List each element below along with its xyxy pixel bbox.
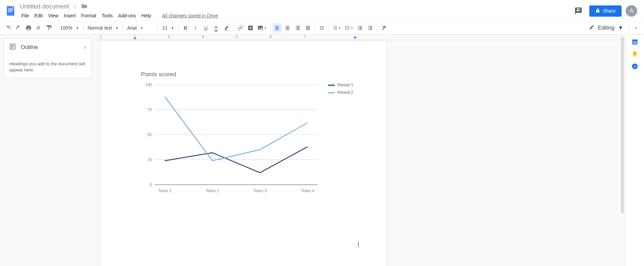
docs-logo-icon[interactable] [4, 2, 18, 18]
numbered-list-icon[interactable]: ▼ [331, 23, 343, 33]
toolbar: 100%▼ Normal text▼ Arial▼ 11▼ B I U A ▼ … [0, 21, 644, 35]
zoom-select[interactable]: 100%▼ [58, 25, 81, 31]
chart[interactable]: 0255075100Team 1Team 2Team 3Team 4 Perio… [141, 83, 354, 195]
ruler-mark: 5 [236, 35, 238, 39]
bullet-list-icon[interactable]: ▼ [343, 23, 355, 33]
menu-bar: File Edit View Insert Format Tools Add-o… [18, 11, 221, 21]
outline-message: Headings you add to the document will ap… [9, 61, 86, 73]
share-label: Share [603, 8, 615, 14]
link-icon[interactable] [236, 23, 245, 33]
comment-add-icon[interactable] [246, 23, 255, 33]
chart-title: Points scored [141, 71, 354, 78]
indent-increase-icon[interactable] [365, 23, 375, 33]
scrollbar[interactable] [620, 35, 625, 266]
menu-view[interactable]: View [46, 12, 61, 20]
italic-icon[interactable]: I [191, 23, 201, 33]
legend-item: Period 2 [328, 90, 353, 95]
comments-icon[interactable] [572, 4, 585, 18]
redo-icon[interactable] [14, 23, 23, 33]
folder-icon[interactable] [81, 3, 87, 10]
svg-text:31: 31 [633, 41, 637, 44]
svg-rect-3 [8, 11, 12, 12]
menu-help[interactable]: Help [139, 12, 154, 20]
svg-text:50: 50 [147, 132, 152, 137]
text-cursor [358, 242, 359, 247]
editing-mode-label: Editing [598, 25, 614, 31]
save-status[interactable]: All changes saved in Drive [160, 12, 221, 20]
svg-rect-28 [634, 56, 636, 57]
highlight-icon[interactable] [222, 23, 231, 33]
font-select[interactable]: Arial▼ [125, 25, 156, 31]
image-icon[interactable]: ▼ [256, 23, 268, 33]
outline-icon [9, 43, 16, 51]
menu-edit[interactable]: Edit [32, 12, 45, 20]
svg-text:Team 4: Team 4 [301, 188, 314, 193]
text-color-icon[interactable]: A [211, 23, 221, 33]
clear-formatting-icon[interactable] [379, 23, 389, 33]
doc-title[interactable]: Untitled document [20, 3, 69, 10]
ruler-mark: 6 [270, 35, 272, 39]
svg-text:75: 75 [147, 107, 152, 112]
svg-text:25: 25 [147, 157, 152, 162]
star-icon[interactable]: ☆ [72, 3, 78, 10]
svg-text:100: 100 [145, 82, 152, 87]
document-canvas[interactable]: 1234567 Points scored 0255075100Team 1Te… [95, 35, 625, 266]
keep-icon[interactable] [631, 50, 639, 58]
svg-text:Team 1: Team 1 [158, 188, 172, 193]
collapse-toolbar-icon[interactable] [631, 23, 641, 33]
menu-format[interactable]: Format [79, 12, 99, 20]
align-right-icon[interactable] [293, 23, 302, 33]
fontsize-select[interactable]: 11▼ [160, 25, 176, 31]
svg-text:Team 3: Team 3 [253, 188, 267, 193]
menu-file[interactable]: File [19, 12, 32, 20]
side-panel: 31 [625, 35, 644, 266]
svg-point-29 [632, 64, 638, 69]
ruler-mark: 7 [304, 35, 306, 39]
menu-insert[interactable]: Insert [62, 12, 78, 20]
account-avatar[interactable]: A [626, 5, 637, 17]
outline-panel: Outline ‹ Headings you add to the docume… [0, 35, 95, 266]
spellcheck-icon[interactable] [34, 23, 43, 33]
pencil-icon [589, 24, 594, 31]
undo-icon[interactable] [3, 23, 13, 33]
style-select[interactable]: Normal text▼ [86, 25, 121, 31]
lock-icon [595, 8, 600, 14]
outline-title: Outline [21, 44, 38, 50]
align-justify-icon[interactable] [303, 23, 313, 33]
line-spacing-icon[interactable] [317, 23, 327, 33]
ruler-mark: 4 [202, 35, 204, 39]
app-header: Untitled document ☆ File Edit View Inser… [0, 0, 644, 21]
legend-item: Period 1 [328, 83, 353, 87]
editing-mode-select[interactable]: Editing ▼ [586, 24, 627, 31]
ruler-mark: 3 [168, 35, 170, 39]
svg-text:Team 2: Team 2 [206, 188, 219, 193]
svg-rect-2 [8, 10, 13, 11]
chart-plot: 0255075100Team 1Team 2Team 3Team 4 [141, 83, 321, 195]
print-icon[interactable] [24, 23, 33, 33]
indent-decrease-icon[interactable] [355, 23, 365, 33]
svg-text:0: 0 [150, 182, 152, 187]
ruler-mark: 1 [100, 35, 102, 39]
align-left-icon[interactable] [273, 23, 282, 33]
align-center-icon[interactable] [283, 23, 292, 33]
chart-legend: Period 1Period 2 [328, 83, 353, 195]
menu-tools[interactable]: Tools [99, 12, 115, 20]
bold-icon[interactable]: B [181, 23, 190, 33]
calendar-icon[interactable]: 31 [631, 38, 639, 46]
horizontal-ruler[interactable]: 1234567 [95, 35, 625, 40]
svg-point-7 [345, 28, 346, 29]
tasks-icon[interactable] [631, 63, 639, 70]
menu-addons[interactable]: Add-ons [116, 12, 138, 20]
svg-rect-1 [8, 9, 13, 9]
collapse-outline-icon[interactable]: ‹ [84, 44, 86, 50]
ruler-mark: 2 [134, 35, 136, 39]
underline-icon[interactable]: U [201, 23, 211, 33]
page[interactable]: Points scored 0255075100Team 1Team 2Team… [100, 40, 387, 266]
svg-point-6 [345, 26, 346, 27]
svg-point-8 [345, 29, 346, 30]
share-button[interactable]: Share [589, 5, 622, 17]
paint-format-icon[interactable] [44, 23, 54, 33]
